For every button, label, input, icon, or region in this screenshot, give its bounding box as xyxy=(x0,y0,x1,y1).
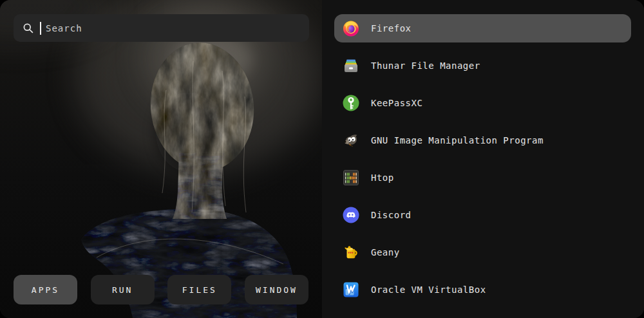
app-launcher-window: APPS RUN FILES WINDOW xyxy=(0,0,644,318)
app-label: Thunar File Manager xyxy=(371,61,480,71)
search-bar[interactable] xyxy=(14,14,309,42)
tab-apps[interactable]: APPS xyxy=(14,275,77,304)
app-label: Discord xyxy=(371,210,412,220)
app-row-geany[interactable]: Geany xyxy=(334,238,631,267)
app-label: Oracle VM VirtualBox xyxy=(371,285,486,295)
virtualbox-icon xyxy=(342,281,360,299)
app-label: Htop xyxy=(371,173,394,183)
app-row-virtualbox[interactable]: Oracle VM VirtualBox xyxy=(334,276,631,304)
gimp-icon xyxy=(342,131,360,149)
thunar-icon xyxy=(342,57,360,75)
app-label: GNU Image Manipulation Program xyxy=(371,135,544,145)
backdrop-bust-artwork xyxy=(0,0,322,318)
search-icon xyxy=(23,23,34,34)
firefox-icon xyxy=(342,19,360,37)
tab-run[interactable]: RUN xyxy=(91,275,155,304)
app-row-gimp[interactable]: GNU Image Manipulation Program xyxy=(334,126,631,154)
left-panel: APPS RUN FILES WINDOW xyxy=(0,0,322,318)
tab-window[interactable]: WINDOW xyxy=(245,275,308,304)
app-row-firefox[interactable]: Firefox xyxy=(334,14,631,42)
app-row-discord[interactable]: Discord xyxy=(334,201,631,229)
app-list: Firefox Thunar File Manager xyxy=(322,0,644,318)
app-row-thunar[interactable]: Thunar File Manager xyxy=(334,51,631,80)
geany-icon xyxy=(342,243,360,261)
text-caret xyxy=(40,22,41,35)
search-input[interactable] xyxy=(46,23,300,33)
keepassxc-icon xyxy=(342,94,360,112)
tab-files[interactable]: FILES xyxy=(167,275,231,304)
app-label: Firefox xyxy=(371,23,412,33)
app-row-keepassxc[interactable]: KeePassXC xyxy=(334,89,631,117)
app-row-htop[interactable]: Htop xyxy=(334,164,631,192)
mode-tabs: APPS RUN FILES WINDOW xyxy=(14,275,308,304)
app-label: KeePassXC xyxy=(371,98,422,108)
htop-icon xyxy=(342,169,360,187)
discord-icon xyxy=(342,206,360,224)
app-label: Geany xyxy=(371,247,400,257)
